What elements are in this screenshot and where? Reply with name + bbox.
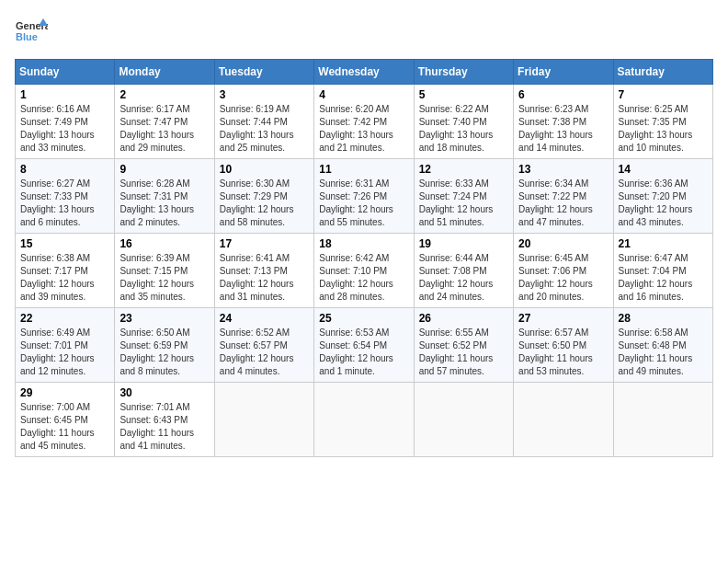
day-info: Sunrise: 6:19 AMSunset: 7:44 PMDaylight:…	[220, 103, 309, 155]
logo: General Blue	[15, 15, 48, 48]
day-number: 26	[419, 312, 508, 325]
day-number: 15	[20, 237, 109, 250]
calendar-cell: 8Sunrise: 6:27 AMSunset: 7:33 PMDaylight…	[16, 159, 115, 234]
calendar-cell: 24Sunrise: 6:52 AMSunset: 6:57 PMDayligh…	[214, 308, 313, 383]
calendar-cell: 22Sunrise: 6:49 AMSunset: 7:01 PMDayligh…	[16, 308, 115, 383]
calendar-week-row: 29Sunrise: 7:00 AMSunset: 6:45 PMDayligh…	[16, 383, 713, 457]
day-number: 5	[419, 88, 508, 101]
day-number: 2	[119, 88, 209, 101]
calendar-cell: 25Sunrise: 6:53 AMSunset: 6:54 PMDayligh…	[314, 308, 414, 383]
calendar-cell: 1Sunrise: 6:16 AMSunset: 7:49 PMDaylight…	[16, 85, 115, 159]
day-info: Sunrise: 6:22 AMSunset: 7:40 PMDaylight:…	[419, 103, 508, 155]
calendar-cell: 10Sunrise: 6:30 AMSunset: 7:29 PMDayligh…	[214, 159, 313, 234]
day-info: Sunrise: 6:57 AMSunset: 6:50 PMDaylight:…	[518, 327, 608, 378]
calendar-cell: 13Sunrise: 6:34 AMSunset: 7:22 PMDayligh…	[514, 159, 613, 234]
day-info: Sunrise: 6:31 AMSunset: 7:26 PMDaylight:…	[319, 178, 408, 229]
day-info: Sunrise: 6:58 AMSunset: 6:48 PMDaylight:…	[619, 327, 708, 378]
calendar-cell: 27Sunrise: 6:57 AMSunset: 6:50 PMDayligh…	[514, 308, 613, 383]
calendar-cell: 30Sunrise: 7:01 AMSunset: 6:43 PMDayligh…	[115, 383, 214, 457]
day-info: Sunrise: 6:49 AMSunset: 7:01 PMDaylight:…	[20, 327, 109, 378]
day-number: 22	[20, 312, 109, 325]
calendar-week-row: 15Sunrise: 6:38 AMSunset: 7:17 PMDayligh…	[16, 234, 713, 308]
calendar-week-row: 22Sunrise: 6:49 AMSunset: 7:01 PMDayligh…	[16, 308, 713, 383]
day-number: 19	[419, 237, 508, 250]
calendar-cell: 6Sunrise: 6:23 AMSunset: 7:38 PMDaylight…	[514, 85, 613, 159]
day-info: Sunrise: 6:47 AMSunset: 7:04 PMDaylight:…	[619, 252, 708, 304]
column-header-wednesday: Wednesday	[314, 60, 414, 85]
day-number: 10	[220, 163, 309, 176]
calendar-cell	[414, 383, 513, 457]
svg-text:Blue: Blue	[16, 31, 38, 42]
column-header-monday: Monday	[115, 60, 214, 85]
column-header-friday: Friday	[514, 60, 613, 85]
day-info: Sunrise: 6:27 AMSunset: 7:33 PMDaylight:…	[20, 178, 109, 229]
day-info: Sunrise: 6:45 AMSunset: 7:06 PMDaylight:…	[518, 252, 608, 304]
day-number: 21	[619, 237, 708, 250]
day-info: Sunrise: 7:00 AMSunset: 6:45 PMDaylight:…	[20, 401, 109, 453]
day-number: 18	[319, 237, 408, 250]
day-number: 20	[518, 237, 608, 250]
day-info: Sunrise: 6:36 AMSunset: 7:20 PMDaylight:…	[619, 178, 708, 229]
day-info: Sunrise: 6:55 AMSunset: 6:52 PMDaylight:…	[419, 327, 508, 378]
day-info: Sunrise: 6:50 AMSunset: 6:59 PMDaylight:…	[119, 327, 209, 378]
day-number: 25	[319, 312, 408, 325]
calendar-cell: 5Sunrise: 6:22 AMSunset: 7:40 PMDaylight…	[414, 85, 513, 159]
day-number: 1	[20, 88, 109, 101]
calendar-cell: 2Sunrise: 6:17 AMSunset: 7:47 PMDaylight…	[115, 85, 214, 159]
day-number: 6	[518, 88, 608, 101]
day-number: 14	[619, 163, 708, 176]
calendar-cell: 28Sunrise: 6:58 AMSunset: 6:48 PMDayligh…	[613, 308, 712, 383]
day-info: Sunrise: 6:28 AMSunset: 7:31 PMDaylight:…	[119, 178, 209, 229]
calendar-cell: 18Sunrise: 6:42 AMSunset: 7:10 PMDayligh…	[314, 234, 414, 308]
day-number: 11	[319, 163, 408, 176]
day-info: Sunrise: 6:52 AMSunset: 6:57 PMDaylight:…	[220, 327, 309, 378]
day-number: 8	[20, 163, 109, 176]
column-header-tuesday: Tuesday	[214, 60, 313, 85]
calendar-cell: 19Sunrise: 6:44 AMSunset: 7:08 PMDayligh…	[414, 234, 513, 308]
calendar-cell: 3Sunrise: 6:19 AMSunset: 7:44 PMDaylight…	[214, 85, 313, 159]
day-info: Sunrise: 6:38 AMSunset: 7:17 PMDaylight:…	[20, 252, 109, 304]
calendar-cell: 12Sunrise: 6:33 AMSunset: 7:24 PMDayligh…	[414, 159, 513, 234]
day-info: Sunrise: 6:16 AMSunset: 7:49 PMDaylight:…	[20, 103, 109, 155]
calendar-cell: 17Sunrise: 6:41 AMSunset: 7:13 PMDayligh…	[214, 234, 313, 308]
day-info: Sunrise: 6:42 AMSunset: 7:10 PMDaylight:…	[319, 252, 408, 304]
day-number: 3	[220, 88, 309, 101]
calendar-cell: 4Sunrise: 6:20 AMSunset: 7:42 PMDaylight…	[314, 85, 414, 159]
logo-svg: General Blue	[15, 15, 48, 48]
calendar-cell: 16Sunrise: 6:39 AMSunset: 7:15 PMDayligh…	[115, 234, 214, 308]
calendar-header-row: SundayMondayTuesdayWednesdayThursdayFrid…	[16, 60, 713, 85]
day-number: 24	[220, 312, 309, 325]
calendar-cell: 14Sunrise: 6:36 AMSunset: 7:20 PMDayligh…	[613, 159, 712, 234]
day-info: Sunrise: 7:01 AMSunset: 6:43 PMDaylight:…	[119, 401, 209, 453]
day-number: 9	[119, 163, 209, 176]
calendar-cell	[314, 383, 414, 457]
calendar-table: SundayMondayTuesdayWednesdayThursdayFrid…	[15, 59, 713, 457]
day-info: Sunrise: 6:17 AMSunset: 7:47 PMDaylight:…	[119, 103, 209, 155]
day-number: 7	[619, 88, 708, 101]
calendar-cell: 23Sunrise: 6:50 AMSunset: 6:59 PMDayligh…	[115, 308, 214, 383]
day-number: 30	[119, 386, 209, 399]
day-number: 4	[319, 88, 408, 101]
calendar-cell: 11Sunrise: 6:31 AMSunset: 7:26 PMDayligh…	[314, 159, 414, 234]
calendar-cell	[214, 383, 313, 457]
day-info: Sunrise: 6:30 AMSunset: 7:29 PMDaylight:…	[220, 178, 309, 229]
day-info: Sunrise: 6:53 AMSunset: 6:54 PMDaylight:…	[319, 327, 408, 378]
calendar-cell: 29Sunrise: 7:00 AMSunset: 6:45 PMDayligh…	[16, 383, 115, 457]
day-number: 12	[419, 163, 508, 176]
day-number: 16	[119, 237, 209, 250]
day-info: Sunrise: 6:25 AMSunset: 7:35 PMDaylight:…	[619, 103, 708, 155]
calendar-cell: 21Sunrise: 6:47 AMSunset: 7:04 PMDayligh…	[613, 234, 712, 308]
calendar-week-row: 8Sunrise: 6:27 AMSunset: 7:33 PMDaylight…	[16, 159, 713, 234]
day-number: 28	[619, 312, 708, 325]
calendar-cell	[613, 383, 712, 457]
page-header: General Blue	[15, 15, 713, 48]
calendar-cell: 15Sunrise: 6:38 AMSunset: 7:17 PMDayligh…	[16, 234, 115, 308]
day-number: 27	[518, 312, 608, 325]
day-info: Sunrise: 6:23 AMSunset: 7:38 PMDaylight:…	[518, 103, 608, 155]
calendar-cell: 20Sunrise: 6:45 AMSunset: 7:06 PMDayligh…	[514, 234, 613, 308]
calendar-week-row: 1Sunrise: 6:16 AMSunset: 7:49 PMDaylight…	[16, 85, 713, 159]
day-number: 17	[220, 237, 309, 250]
calendar-cell	[514, 383, 613, 457]
day-info: Sunrise: 6:39 AMSunset: 7:15 PMDaylight:…	[119, 252, 209, 304]
day-info: Sunrise: 6:34 AMSunset: 7:22 PMDaylight:…	[518, 178, 608, 229]
